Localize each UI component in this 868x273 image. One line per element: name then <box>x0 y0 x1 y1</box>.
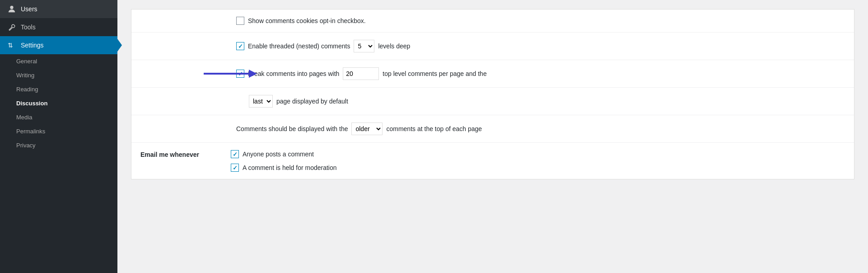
sidebar-item-settings[interactable]: ⇅ Settings <box>0 36 117 54</box>
threaded-comments-checkbox[interactable] <box>236 42 244 50</box>
svg-point-0 <box>10 6 13 9</box>
threaded-comments-row: Enable threaded (nested) comments 523467… <box>131 33 854 60</box>
sidebar-subitem-discussion[interactable]: Discussion <box>0 96 117 110</box>
sidebar-subitem-privacy[interactable]: Privacy <box>0 138 117 152</box>
settings-section: Show comments cookies opt-in checkbox. E… <box>131 9 854 179</box>
comments-display-row: Comments should be displayed with the ol… <box>131 115 854 143</box>
comments-display-prefix: Comments should be displayed with the <box>236 125 348 132</box>
sidebar-item-tools-label: Tools <box>21 24 36 31</box>
main-content: Show comments cookies opt-in checkbox. E… <box>117 0 868 273</box>
page-display-suffix: page displayed by default <box>276 98 348 105</box>
sidebar-subitem-media[interactable]: Media <box>0 110 117 124</box>
break-comments-row: Break comments into pages with top level… <box>131 60 854 88</box>
comments-display-suffix: comments at the top of each page <box>386 125 482 132</box>
page-display-row: lastfirst page displayed by default <box>131 88 854 115</box>
threaded-comments-prefix: Enable threaded (nested) comments <box>248 42 350 50</box>
tools-icon <box>7 23 16 32</box>
anyone-posts-checkbox[interactable] <box>231 150 239 158</box>
held-moderation-row: A comment is held for moderation <box>231 164 845 172</box>
arrow-line <box>204 73 249 75</box>
users-icon <box>7 5 16 14</box>
page-display-select[interactable]: lastfirst <box>249 95 273 108</box>
break-comments-suffix: top level comments per page and the <box>383 70 486 77</box>
sidebar-subitem-writing[interactable]: Writing <box>0 68 117 82</box>
held-moderation-checkbox[interactable] <box>231 164 239 172</box>
held-moderation-label: A comment is held for moderation <box>243 164 337 171</box>
show-cookies-checkbox-wrapper <box>236 17 244 25</box>
break-comments-input[interactable] <box>343 67 379 80</box>
sidebar-item-settings-label: Settings <box>21 42 44 49</box>
comments-order-select[interactable]: oldernewer <box>351 122 383 135</box>
email-section-label: Email me whenever <box>140 150 231 158</box>
sidebar: Users Tools ⇅ Settings General Writing R… <box>0 0 117 273</box>
svg-text:⇅: ⇅ <box>8 42 13 49</box>
sidebar-item-users[interactable]: Users <box>0 0 117 18</box>
sidebar-subitem-permalinks[interactable]: Permalinks <box>0 124 117 138</box>
email-section-row: Email me whenever Anyone posts a comment… <box>131 143 854 179</box>
email-section-title: Email me whenever <box>140 151 199 158</box>
show-cookies-checkbox[interactable] <box>236 17 244 25</box>
threaded-comments-suffix: levels deep <box>378 42 410 50</box>
show-cookies-label: Show comments cookies opt-in checkbox. <box>248 17 366 24</box>
sidebar-item-tools[interactable]: Tools <box>0 18 117 36</box>
break-comments-prefix: Break comments into pages with <box>248 70 339 77</box>
threaded-comments-depth-select[interactable]: 5234678910 <box>354 40 374 52</box>
anyone-posts-label: Anyone posts a comment <box>243 151 314 158</box>
email-options: Anyone posts a comment A comment is held… <box>231 150 845 172</box>
anyone-posts-row: Anyone posts a comment <box>231 150 845 158</box>
sidebar-subitem-general[interactable]: General <box>0 54 117 68</box>
settings-submenu: General Writing Reading Discussion Media… <box>0 54 117 152</box>
sidebar-item-users-label: Users <box>21 5 37 13</box>
sidebar-subitem-reading[interactable]: Reading <box>0 82 117 96</box>
show-cookies-row: Show comments cookies opt-in checkbox. <box>131 9 854 33</box>
blue-arrow <box>204 70 257 78</box>
settings-icon: ⇅ <box>7 41 16 50</box>
arrow-head <box>249 70 257 78</box>
